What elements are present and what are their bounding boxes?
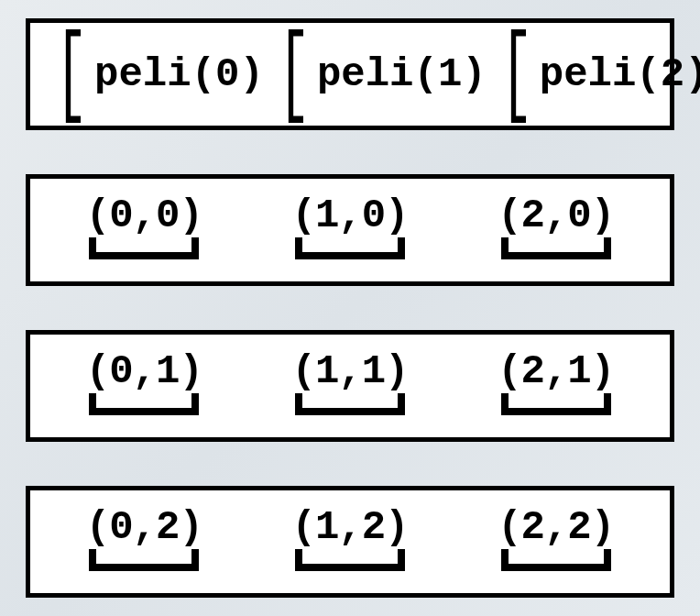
coord-label: (0,2) bbox=[86, 507, 202, 547]
coord-label: (2,2) bbox=[498, 507, 614, 547]
coord-label: (0,1) bbox=[86, 351, 202, 391]
coord-label: (1,2) bbox=[291, 507, 408, 547]
bracket-left-icon: [ bbox=[55, 39, 88, 110]
slot-bracket-icon bbox=[89, 237, 199, 259]
slot-bracket-icon bbox=[295, 393, 405, 415]
grid-cell: (1,0) bbox=[247, 195, 454, 259]
grid-row: (0,0) (1,0) (2,0) bbox=[26, 174, 674, 286]
grid-cell: (0,0) bbox=[41, 195, 247, 259]
array-header-label: peli(1) bbox=[317, 51, 487, 97]
slot-bracket-icon bbox=[89, 549, 199, 571]
slot-bracket-icon bbox=[295, 549, 405, 571]
coord-label: (2,1) bbox=[498, 351, 614, 391]
grid-cell: (0,1) bbox=[41, 351, 247, 415]
coord-label: (0,0) bbox=[86, 195, 202, 236]
coord-label: (1,1) bbox=[291, 351, 408, 391]
slot-bracket-icon bbox=[501, 237, 611, 259]
bracket-left-icon: [ bbox=[500, 39, 533, 110]
grid-row: (0,1) (1,1) (2,1) bbox=[26, 330, 674, 442]
slot-bracket-icon bbox=[501, 393, 611, 415]
coord-label: (1,0) bbox=[291, 195, 408, 236]
coord-label: (2,0) bbox=[498, 195, 614, 236]
grid-cell: (2,1) bbox=[453, 351, 659, 415]
grid-cell: (1,2) bbox=[247, 507, 454, 571]
grid-cell: (1,1) bbox=[247, 351, 454, 415]
grid-row: (0,2) (1,2) (2,2) bbox=[26, 486, 674, 598]
slot-bracket-icon bbox=[295, 237, 405, 259]
slot-bracket-icon bbox=[501, 549, 611, 571]
slot-bracket-icon bbox=[89, 393, 199, 415]
array-header-cell: [ peli(0) bbox=[41, 39, 264, 110]
grid-cell: (2,2) bbox=[453, 507, 659, 571]
bracket-left-icon: [ bbox=[278, 39, 311, 110]
array-header-cell: [ peli(2) bbox=[487, 39, 700, 110]
array-header-label: peli(0) bbox=[94, 51, 264, 97]
grid-cell: (2,0) bbox=[453, 195, 659, 259]
grid-cell: (0,2) bbox=[41, 507, 247, 571]
array-header-cell: [ peli(1) bbox=[264, 39, 487, 110]
array-header-label: peli(2) bbox=[540, 51, 700, 97]
array-header-row: [ peli(0) [ peli(1) [ peli(2) bbox=[26, 18, 674, 130]
